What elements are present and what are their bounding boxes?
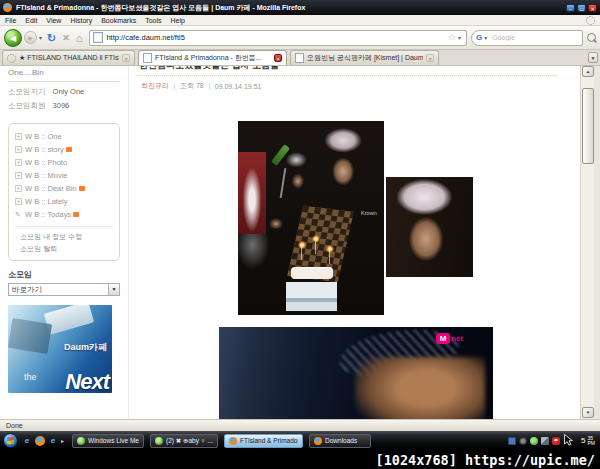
firefox-quicklaunch-icon[interactable]: [35, 436, 45, 446]
expand-icon[interactable]: +: [15, 198, 22, 205]
back-button[interactable]: ◀: [4, 29, 22, 47]
photo-red-banner-detail: [238, 152, 266, 233]
sidebar-item-wb-movie[interactable]: + W B :: Movie: [15, 169, 119, 182]
urlbar-dropdown-icon[interactable]: ▾: [458, 34, 461, 41]
list-all-tabs-button[interactable]: ▼: [588, 52, 598, 63]
tray-network-icon[interactable]: [541, 437, 549, 445]
board-label[interactable]: W B :: Todays: [25, 210, 71, 219]
taskbar-button-messenger[interactable]: Windows Live Messe...: [72, 434, 144, 448]
taskbar-button-downloads[interactable]: Downloads: [309, 434, 371, 448]
system-tray: ☂ 5 35 PM: [508, 432, 597, 450]
taskbar-clock[interactable]: 5 35 PM: [581, 436, 595, 446]
link-label[interactable]: 소모임 탈퇴: [20, 244, 57, 254]
board-label[interactable]: W B :: Movie: [25, 171, 68, 180]
link-label[interactable]: 소모임 내 정보 수정: [20, 232, 82, 242]
sidebar-item-wb-one[interactable]: + W B :: One: [15, 130, 119, 143]
tab-close-icon[interactable]: ✕: [426, 54, 434, 62]
sidebar-item-wb-dear-bin[interactable]: + W B :: Dear Bin: [15, 182, 119, 195]
menu-edit[interactable]: Edit: [25, 17, 37, 24]
scrollbar-thumb[interactable]: [582, 88, 594, 164]
tab-close-icon[interactable]: ✕: [122, 54, 130, 62]
daum-cafe-ad-banner[interactable]: Daum카페 the Next: [8, 305, 112, 393]
sidebar-item-wb-todays[interactable]: ✎ W B :: Todays: [15, 208, 119, 221]
internet-explorer-icon[interactable]: e: [22, 436, 32, 446]
search-input[interactable]: Google: [492, 34, 578, 41]
tab-kismet-cafe[interactable]: 오원빈님 공식팬카페 [Kismet] | Daum ... ✕: [290, 50, 439, 65]
post-views: 조회 78: [180, 81, 204, 91]
url-bar[interactable]: http://cafe.daum.net/fti5 ☆ ▾: [89, 30, 467, 46]
banner-laptop-shape: [44, 305, 94, 335]
internet-explorer-icon[interactable]: e: [48, 436, 58, 446]
search-magnifier-icon[interactable]: [587, 33, 596, 42]
forward-button[interactable]: ▶: [24, 31, 37, 44]
tab-label[interactable]: ★ FTISLAND THAILAND ll FTIsland Thai...: [19, 54, 119, 62]
stop-button[interactable]: ✕: [62, 32, 70, 44]
menu-help[interactable]: Help: [171, 17, 185, 24]
vertical-scrollbar[interactable]: ▲ ▼: [580, 66, 594, 419]
scroll-down-button[interactable]: ▼: [582, 407, 594, 418]
taskbar-button-firefox-active[interactable]: FTIsland & Primadon...: [224, 434, 303, 448]
post-header-divider: [137, 75, 557, 76]
tray-messenger-icon[interactable]: [530, 437, 538, 445]
tab-label[interactable]: FTIsland & Primadonna - 한번쯤...: [155, 53, 271, 63]
taskbar-button-label[interactable]: FTIsland & Primadon...: [240, 437, 298, 444]
navigation-toolbar: ◀ ▶ ▾ ↻ ✕ ⌂ http://cafe.daum.net/fti5 ☆ …: [0, 26, 600, 50]
maximize-button[interactable]: ▭: [577, 4, 586, 12]
post-title-text: 한번쯤다보셨을것같은 엽사 모음들: [139, 66, 439, 70]
bookmark-star-icon[interactable]: ☆: [448, 33, 456, 42]
board-label[interactable]: W B :: Dear Bin: [25, 184, 77, 193]
firefox-icon: [3, 3, 12, 12]
tray-volume-icon[interactable]: [519, 437, 527, 445]
minimize-button[interactable]: –: [566, 4, 575, 12]
select-dropdown-icon[interactable]: ▼: [108, 284, 119, 295]
menu-tools[interactable]: Tools: [145, 17, 161, 24]
search-engine-dropdown-icon[interactable]: ▾: [484, 34, 487, 41]
windows-live-messenger-icon: [77, 437, 85, 445]
taskbar-button-label[interactable]: Windows Live Messe...: [88, 437, 139, 444]
reload-button[interactable]: ↻: [47, 32, 56, 44]
firefox-icon: [314, 437, 322, 445]
post-author[interactable]: 최진규리: [141, 81, 169, 91]
edit-my-info-link[interactable]: · 소모임 내 정보 수정: [15, 231, 119, 243]
google-logo-icon[interactable]: G: [476, 33, 482, 42]
scroll-up-button[interactable]: ▲: [582, 66, 594, 77]
tray-antivirus-icon[interactable]: ☂: [552, 437, 560, 445]
tab-ftisland-primadonna-active[interactable]: FTIsland & Primadonna - 한번쯤... ✕: [138, 50, 287, 65]
home-button[interactable]: ⌂: [76, 32, 83, 44]
watermark-text: [1024x768] https://upic.me/: [376, 452, 595, 468]
close-button[interactable]: ✕: [588, 4, 597, 12]
tab-close-icon[interactable]: ✕: [274, 54, 282, 62]
start-button[interactable]: [3, 433, 18, 448]
url-text[interactable]: http://cafe.daum.net/fti5: [106, 33, 447, 42]
board-label[interactable]: W B :: Lately: [25, 197, 68, 206]
expand-icon[interactable]: +: [15, 146, 22, 153]
taskbar-button-label[interactable]: Downloads: [325, 437, 357, 444]
expand-icon[interactable]: +: [15, 133, 22, 140]
shortcut-select[interactable]: 바로가기 ▼: [8, 283, 120, 296]
menu-bookmarks[interactable]: Bookmarks: [101, 17, 136, 24]
taskbar-button-label[interactable]: (2) ✖ ⊕aby ♀ ...: [166, 437, 213, 445]
history-dropdown-icon[interactable]: ▾: [39, 34, 42, 41]
sidebar-item-wb-lately[interactable]: + W B :: Lately: [15, 195, 119, 208]
menu-file[interactable]: File: [5, 17, 16, 24]
tab-ftisland-thailand[interactable]: ★ FTISLAND THAILAND ll FTIsland Thai... …: [2, 50, 135, 65]
expand-icon[interactable]: +: [15, 172, 22, 179]
tray-app-icon[interactable]: [508, 437, 516, 445]
tab-label[interactable]: 오원빈님 공식팬카페 [Kismet] | Daum ...: [307, 53, 423, 63]
menu-history[interactable]: History: [70, 17, 92, 24]
board-label[interactable]: W B :: Photo: [25, 158, 67, 167]
quicklaunch-expand-icon[interactable]: ▸: [61, 437, 64, 444]
board-label[interactable]: W B :: One: [25, 132, 62, 141]
shortcut-selected-value[interactable]: 바로가기: [9, 285, 108, 295]
expand-icon[interactable]: +: [15, 185, 22, 192]
menu-view[interactable]: View: [46, 17, 61, 24]
sidebar-item-wb-photo[interactable]: + W B :: Photo: [15, 156, 119, 169]
board-label[interactable]: W B :: story: [25, 145, 64, 154]
firefox-icon: [229, 437, 237, 445]
leave-group-link[interactable]: · 소모임 탈퇴: [15, 243, 119, 255]
pencil-icon: ✎: [15, 211, 24, 219]
search-bar[interactable]: G ▾ Google: [471, 30, 583, 46]
taskbar-button-chat[interactable]: (2) ✖ ⊕aby ♀ ...: [150, 434, 218, 448]
sidebar-item-wb-story[interactable]: + W B :: story: [15, 143, 119, 156]
expand-icon[interactable]: +: [15, 159, 22, 166]
